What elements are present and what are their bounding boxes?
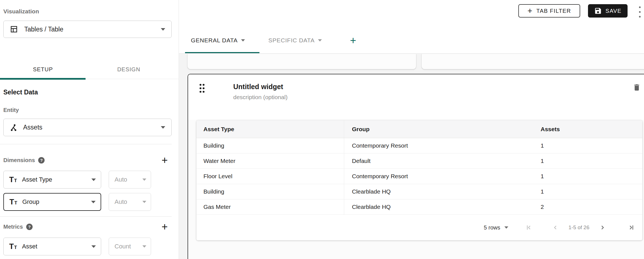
entity-value: Assets bbox=[23, 124, 42, 131]
help-icon[interactable]: ? bbox=[26, 224, 33, 230]
table-cell: Clearblade HQ bbox=[344, 184, 533, 199]
chevron-down-icon bbox=[161, 28, 165, 31]
metric-aggregation-select[interactable]: Count bbox=[109, 238, 151, 255]
select-data-heading: Select Data bbox=[3, 89, 38, 96]
save-label: SAVE bbox=[606, 8, 621, 14]
dimensions-header: Dimensions ? + bbox=[3, 156, 172, 164]
divider bbox=[0, 144, 172, 144]
visualization-label: Visualization bbox=[3, 8, 39, 15]
table-cell: Default bbox=[344, 153, 533, 168]
add-metric-button[interactable]: + bbox=[162, 223, 172, 231]
table-row: Water Meter Default 1 bbox=[196, 153, 642, 169]
visualization-value: Tables / Table bbox=[24, 26, 63, 33]
more-options-button[interactable] bbox=[638, 6, 642, 18]
table-cell: Gas Meter bbox=[196, 199, 344, 214]
widget-card-edge bbox=[421, 54, 644, 69]
widget-card-edge bbox=[187, 54, 416, 69]
dimension-row: TT Group Auto bbox=[3, 193, 172, 211]
tab-label: SPECIFIC DATA bbox=[268, 37, 315, 44]
drag-handle-icon[interactable] bbox=[198, 83, 206, 93]
dimension-field-value: Asset Type bbox=[22, 176, 52, 183]
table-row: Building Contemporary Resort 1 bbox=[196, 138, 642, 153]
add-tab-button[interactable]: + bbox=[350, 35, 356, 46]
help-icon[interactable]: ? bbox=[38, 157, 45, 163]
tab-filter-button[interactable]: + TAB FILTER bbox=[518, 4, 580, 18]
table-cell: Water Meter bbox=[196, 153, 344, 168]
table-cell: Floor Level bbox=[196, 169, 344, 184]
table-row: Floor Level Contemporary Resort 1 bbox=[196, 169, 642, 184]
entity-select[interactable]: Assets bbox=[3, 119, 172, 136]
table-cell: Building bbox=[196, 138, 344, 153]
table-pagination: 5 rows 1-5 of 26 bbox=[196, 215, 642, 240]
metric-field-value: Asset bbox=[22, 243, 37, 250]
metrics-header: Metrics ? + bbox=[3, 223, 172, 231]
table-cell: Clearblade HQ bbox=[344, 199, 533, 214]
widget-table: Asset Type Group Assets Building Contemp… bbox=[196, 120, 642, 240]
add-dimension-button[interactable]: + bbox=[162, 156, 172, 164]
table-header-row: Asset Type Group Assets bbox=[196, 120, 642, 138]
first-page-button[interactable] bbox=[525, 224, 532, 231]
metrics-label: Metrics bbox=[3, 224, 23, 230]
chevron-down-icon bbox=[142, 201, 146, 203]
previous-page-button[interactable] bbox=[552, 224, 559, 231]
last-page-button[interactable] bbox=[628, 224, 635, 231]
visualization-select[interactable]: Tables / Table bbox=[3, 21, 172, 38]
dimension-field-select[interactable]: TT Group bbox=[3, 193, 101, 211]
metric-row: TT Asset Count bbox=[3, 238, 172, 256]
dimension-row: TT Asset Type Auto bbox=[3, 171, 172, 189]
dimension-bucket-select[interactable]: Auto bbox=[109, 193, 151, 211]
next-page-button[interactable] bbox=[599, 224, 606, 231]
table-cell: Building bbox=[196, 184, 344, 199]
tab-general-data[interactable]: GENERAL DATA bbox=[191, 37, 245, 44]
column-header: Group bbox=[344, 120, 533, 138]
tab-filter-label: TAB FILTER bbox=[536, 8, 571, 14]
tab-specific-data[interactable]: SPECIFIC DATA bbox=[268, 37, 322, 44]
tab-setup[interactable]: SETUP bbox=[0, 62, 86, 77]
dimension-field-select[interactable]: TT Asset Type bbox=[3, 171, 101, 189]
pagination-range: 1-5 of 26 bbox=[568, 224, 589, 231]
rows-per-page-select[interactable]: 5 rows bbox=[484, 224, 508, 231]
config-sidebar: Visualization Tables / Table SETUP DESIG… bbox=[0, 0, 179, 259]
tab-label: GENERAL DATA bbox=[191, 37, 238, 44]
dimension-field-value: Group bbox=[22, 198, 39, 206]
widget-description-input[interactable]: description (optional) bbox=[233, 94, 288, 101]
chevron-down-icon bbox=[318, 39, 322, 41]
table-chart-icon bbox=[10, 25, 18, 33]
table-cell: 1 bbox=[533, 153, 642, 168]
chevron-down-icon bbox=[504, 226, 508, 229]
table-cell: Contemporary Resort bbox=[344, 169, 533, 184]
bucket-value: Auto bbox=[115, 176, 127, 183]
table-row: Gas Meter Clearblade HQ 2 bbox=[196, 199, 642, 215]
text-type-icon: TT bbox=[9, 176, 17, 184]
table-cell: 1 bbox=[533, 184, 642, 199]
widget-card: Untitled widget description (optional) A… bbox=[188, 74, 644, 259]
table-cell: 1 bbox=[533, 138, 642, 153]
dimensions-label: Dimensions bbox=[3, 157, 35, 163]
tab-design[interactable]: DESIGN bbox=[86, 62, 172, 77]
chevron-down-icon bbox=[142, 179, 146, 181]
column-header: Assets bbox=[533, 120, 642, 138]
chevron-down-icon bbox=[241, 39, 245, 41]
save-icon bbox=[594, 7, 602, 15]
divider bbox=[0, 216, 172, 217]
aggregation-value: Count bbox=[115, 243, 131, 250]
table-cell: 2 bbox=[533, 199, 642, 214]
plus-icon: + bbox=[528, 8, 533, 14]
column-header: Asset Type bbox=[196, 120, 344, 138]
widget-title-input[interactable]: Untitled widget bbox=[233, 83, 283, 91]
sidebar-tabs: SETUP DESIGN bbox=[0, 60, 179, 79]
save-button[interactable]: SAVE bbox=[588, 4, 628, 18]
text-type-icon: TT bbox=[9, 198, 17, 206]
dashboard-canvas: Untitled widget description (optional) A… bbox=[179, 53, 644, 259]
delete-widget-icon[interactable] bbox=[633, 83, 641, 92]
dimension-bucket-select[interactable]: Auto bbox=[109, 171, 151, 189]
bucket-value: Auto bbox=[115, 198, 127, 206]
chevron-down-icon bbox=[91, 245, 96, 248]
chevron-down-icon bbox=[161, 126, 165, 129]
table-cell: Contemporary Resort bbox=[344, 138, 533, 153]
entity-label: Entity bbox=[3, 107, 19, 113]
text-type-icon: TT bbox=[9, 243, 17, 250]
metric-field-select[interactable]: TT Asset bbox=[3, 238, 101, 255]
rows-per-page-value: 5 rows bbox=[484, 224, 500, 231]
chevron-down-icon bbox=[91, 201, 96, 203]
